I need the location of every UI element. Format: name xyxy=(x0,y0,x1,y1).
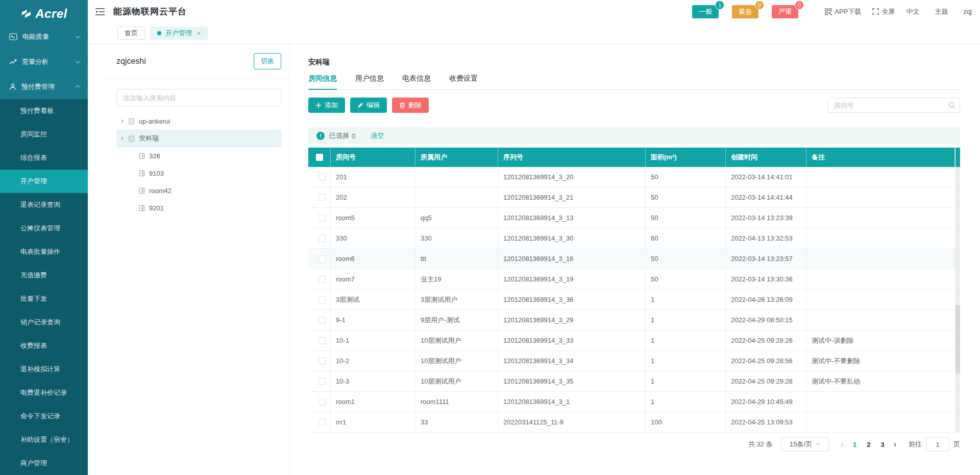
alarm-general-badge[interactable]: 一般1 xyxy=(692,5,719,18)
submenu-item[interactable]: 电表批量操作 xyxy=(0,240,88,264)
prev-page-button[interactable]: ‹ xyxy=(841,440,844,448)
tree-node[interactable]: 9103 xyxy=(116,164,282,182)
table-cell: 50 xyxy=(646,269,726,289)
table-row[interactable]: room6ttt12012081369914_3_16502022-03-14 … xyxy=(308,249,960,269)
table-row[interactable]: room7业主1912012081369914_3_19502022-03-14… xyxy=(308,269,960,290)
table-row[interactable]: 3层测试3层测试用户12012081369914_3_3612022-04-26… xyxy=(308,290,960,310)
row-checkbox[interactable] xyxy=(318,194,326,201)
info-tab[interactable]: 电表信息 xyxy=(402,74,431,89)
language-switch[interactable]: 中文 xyxy=(906,7,919,16)
app-logo: Acrel xyxy=(0,0,88,24)
sidebar-item-label: 需量分析 xyxy=(22,57,48,66)
row-checkbox[interactable] xyxy=(318,255,326,263)
submenu-item[interactable]: 综合报表 xyxy=(0,146,88,170)
table-cell: 12012081369914_3_34 xyxy=(498,351,646,371)
caret-right-icon[interactable] xyxy=(121,136,124,140)
submenu-item[interactable]: 收费报表 xyxy=(0,334,88,358)
alarm-critical-badge[interactable]: 严重0 xyxy=(772,5,798,18)
table-row[interactable]: 20212012081369914_3_21502022-03-14 14:41… xyxy=(308,187,960,208)
table-row[interactable]: 20112012081369914_3_20502022-03-14 14:41… xyxy=(308,167,960,187)
row-checkbox[interactable] xyxy=(318,174,326,181)
collapse-menu-icon[interactable] xyxy=(95,8,105,16)
row-checkbox[interactable] xyxy=(318,296,326,303)
table-cell: 50 xyxy=(646,187,726,207)
page-size-select[interactable]: 15条/页 xyxy=(781,437,829,452)
sidebar-item[interactable]: 电能质量 xyxy=(0,24,88,49)
tree-search-input[interactable] xyxy=(116,89,281,106)
user-menu[interactable]: zqj xyxy=(963,8,972,15)
add-button[interactable]: 添加 xyxy=(308,98,345,113)
sidebar-item[interactable]: 预付费管理 xyxy=(0,74,88,99)
info-tab[interactable]: 房间信息 xyxy=(308,74,337,89)
submenu-item[interactable]: 批量下发 xyxy=(0,287,88,311)
edit-button[interactable]: 编辑 xyxy=(350,98,387,113)
tree-node[interactable]: 安科瑞 xyxy=(116,130,282,147)
page-number[interactable]: 1 xyxy=(853,441,856,448)
table-cell: 12012081369914_3_35 xyxy=(498,371,646,391)
next-page-button[interactable]: › xyxy=(894,440,896,448)
submenu-item[interactable]: 房间监控 xyxy=(0,123,88,146)
app-download-link[interactable]: APP下载 xyxy=(825,7,861,16)
submenu-item[interactable]: 商户管理 xyxy=(0,452,88,475)
theme-switch[interactable]: 主题 xyxy=(935,7,948,16)
table-cell: 12012081369914_3_1 xyxy=(498,392,646,412)
page-number[interactable]: 3 xyxy=(880,441,884,448)
page-title: 安科瑞 xyxy=(308,58,960,67)
row-checkbox[interactable] xyxy=(318,215,326,222)
row-checkbox[interactable] xyxy=(318,337,326,344)
row-checkbox[interactable] xyxy=(318,419,326,426)
page-numbers: 123 xyxy=(848,441,890,448)
submenu-item[interactable]: 命令下发记录 xyxy=(0,405,88,428)
search-icon[interactable] xyxy=(948,102,955,109)
alarm-urgent-badge[interactable]: 紧急0 xyxy=(732,5,758,18)
row-checkbox[interactable] xyxy=(318,235,326,242)
table-row[interactable]: 33033012012081369914_3_30602022-04-13 13… xyxy=(308,228,960,249)
clear-selection-link[interactable]: 清空 xyxy=(371,131,384,140)
row-checkbox[interactable] xyxy=(318,358,326,365)
table-row[interactable]: 9-19层用户-测试12012081369914_3_2912022-04-29… xyxy=(308,310,960,330)
submenu-item[interactable]: 开户管理 xyxy=(0,170,88,193)
close-tab-icon[interactable]: × xyxy=(197,30,201,37)
table-cell: 2022-03-14 13:30:36 xyxy=(726,269,806,289)
submenu-item[interactable]: 退补模拟计算 xyxy=(0,358,88,381)
goto-page-input[interactable] xyxy=(926,437,949,452)
table-cell xyxy=(806,290,955,310)
submenu-item[interactable]: 电费退补价记录 xyxy=(0,381,88,405)
tree-node[interactable]: room42 xyxy=(116,182,282,199)
tree-node[interactable]: up-ankerui xyxy=(116,112,282,130)
submenu-item[interactable]: 销户记录查询 xyxy=(0,311,88,334)
submenu-item[interactable]: 补助设置（宿舍） xyxy=(0,428,88,452)
row-checkbox[interactable] xyxy=(318,276,326,283)
submenu-item[interactable]: 预付费看板 xyxy=(0,99,88,123)
row-checkbox[interactable] xyxy=(318,378,326,385)
table-cell: 9层用户-测试 xyxy=(415,310,498,330)
info-tab[interactable]: 用户信息 xyxy=(355,74,384,89)
fullscreen-link[interactable]: 全屏 xyxy=(872,7,895,16)
delete-button[interactable]: 删除 xyxy=(392,98,429,113)
submenu-item[interactable]: 充值缴费 xyxy=(0,264,88,287)
table-row[interactable]: rrr133202203141125_11-91002022-04-25 13:… xyxy=(308,412,960,433)
tree-node[interactable]: 326 xyxy=(116,147,282,164)
tab-account-management[interactable]: 开户管理 × xyxy=(150,27,208,40)
select-all-checkbox[interactable] xyxy=(316,154,323,161)
table-row[interactable]: room1room111112012081369914_3_112022-04-… xyxy=(308,392,960,412)
submenu-item[interactable]: 退表记录查询 xyxy=(0,193,88,217)
table-scrollbar[interactable] xyxy=(955,167,960,433)
tab-home[interactable]: 首页 xyxy=(117,27,145,40)
tree-node[interactable]: 9201 xyxy=(116,199,282,217)
switch-project-button[interactable]: 切换 xyxy=(254,53,281,69)
sidebar-item[interactable]: 需量分析 xyxy=(0,49,88,74)
page-number[interactable]: 2 xyxy=(867,441,870,448)
room-search-input[interactable] xyxy=(827,98,960,113)
caret-right-icon[interactable] xyxy=(121,119,124,123)
table-row[interactable]: room5qq512012081369914_3_13502022-03-14 … xyxy=(308,208,960,228)
table-row[interactable]: 10-210层测试用户12012081369914_3_3412022-04-2… xyxy=(308,351,960,371)
info-tab[interactable]: 收费设置 xyxy=(449,74,478,89)
table-row[interactable]: 10-310层测试用户12012081369914_3_3512022-04-2… xyxy=(308,371,960,392)
row-checkbox[interactable] xyxy=(318,398,326,406)
scrollbar-thumb[interactable] xyxy=(955,305,960,374)
table-cell: 10层测试用户 xyxy=(415,330,498,350)
submenu-item[interactable]: 公摊仪表管理 xyxy=(0,217,88,240)
row-checkbox[interactable] xyxy=(318,317,326,324)
table-row[interactable]: 10-110层测试用户12012081369914_3_3312022-04-2… xyxy=(308,330,960,351)
